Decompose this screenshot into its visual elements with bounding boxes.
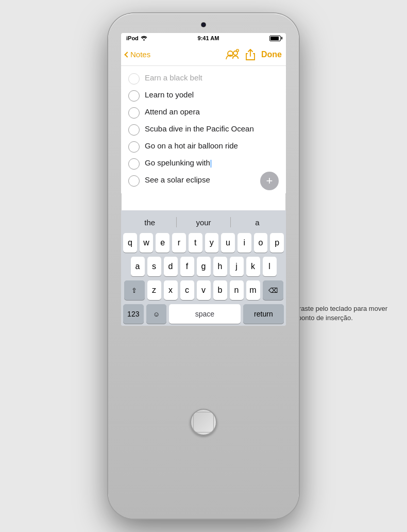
nav-bar: Notes: [121, 43, 286, 66]
home-button-inner: [193, 412, 214, 433]
back-chevron-icon: [124, 52, 130, 57]
list-item: Attend an opera: [128, 104, 279, 121]
delete-key[interactable]: ⌫: [263, 280, 283, 300]
wifi-icon: [141, 36, 147, 41]
battery-fill: [270, 37, 279, 40]
key-l[interactable]: l: [263, 257, 277, 276]
nav-actions: Done: [225, 49, 282, 60]
back-label: Notes: [130, 50, 150, 59]
status-left: iPod: [126, 35, 147, 41]
back-button[interactable]: Notes: [125, 50, 150, 59]
add-icon: +: [266, 175, 273, 187]
key-j[interactable]: j: [230, 257, 244, 276]
key-n[interactable]: n: [230, 280, 244, 300]
predictive-word-3[interactable]: a: [231, 216, 284, 229]
note-text: Learn to yodel: [145, 90, 279, 100]
keyboard-rows: q w e r t y u i o p a: [123, 233, 284, 324]
checkbox[interactable]: [128, 158, 140, 170]
predictive-word-2[interactable]: your: [177, 216, 230, 229]
key-row-4: 123 ☺ space return: [123, 304, 284, 324]
list-item: Scuba dive in the Pacific Ocean: [128, 121, 279, 138]
list-item: Learn to yodel: [128, 87, 279, 104]
status-bar: iPod 9:41 AM: [121, 33, 286, 43]
key-u[interactable]: u: [221, 233, 235, 253]
status-right: [269, 36, 281, 41]
notes-content: Earn a black belt Learn to yodel Attend …: [121, 66, 286, 326]
key-p[interactable]: p: [270, 233, 284, 253]
list-item: See a solar eclipse +: [128, 172, 279, 189]
collaboration-icon[interactable]: [225, 49, 240, 60]
space-key[interactable]: space: [169, 304, 241, 324]
checkbox[interactable]: [128, 141, 140, 153]
key-row-2: a s d f g h j k l: [123, 257, 284, 276]
note-text: Attend an opera: [145, 107, 279, 117]
svg-point-0: [143, 39, 145, 41]
key-q[interactable]: q: [123, 233, 137, 253]
key-z[interactable]: z: [147, 280, 161, 300]
key-d[interactable]: d: [164, 257, 178, 276]
list-item-active: Go spelunking with: [128, 155, 279, 172]
checkbox[interactable]: [128, 73, 140, 85]
carrier-label: iPod: [126, 35, 139, 41]
key-row-1: q w e r t y u i o p: [123, 233, 284, 253]
home-area: [190, 326, 217, 519]
note-text: Go on a hot air balloon ride: [145, 141, 279, 151]
screen: iPod 9:41 AM Note: [121, 33, 286, 326]
key-g[interactable]: g: [197, 257, 211, 276]
key-v[interactable]: v: [197, 280, 211, 300]
share-icon[interactable]: [246, 49, 255, 60]
predictive-word-1[interactable]: the: [123, 216, 176, 229]
shift-key[interactable]: ⇧: [124, 280, 145, 300]
key-f[interactable]: f: [180, 257, 194, 276]
key-b[interactable]: b: [213, 280, 227, 300]
device-wrapper: Arraste pelo teclado para mover o ponto …: [0, 0, 407, 532]
predictive-bar: the your a: [123, 213, 284, 231]
checkbox[interactable]: [128, 124, 140, 136]
key-o[interactable]: o: [254, 233, 268, 253]
key-m[interactable]: m: [246, 280, 260, 300]
home-button[interactable]: [190, 409, 217, 436]
key-k[interactable]: k: [246, 257, 260, 276]
note-text: Earn a black belt: [145, 73, 279, 83]
callout-text: Arraste pelo teclado para mover o ponto …: [292, 304, 387, 323]
text-cursor: [211, 160, 212, 168]
ipod-device: iPod 9:41 AM Note: [108, 13, 299, 519]
key-e[interactable]: e: [156, 233, 169, 253]
key-w[interactable]: w: [140, 233, 154, 253]
list-item: Go on a hot air balloon ride: [128, 138, 279, 155]
key-r[interactable]: r: [172, 233, 186, 253]
return-key[interactable]: return: [243, 304, 284, 324]
key-h[interactable]: h: [213, 257, 227, 276]
camera: [201, 23, 206, 27]
note-text: See a solar eclipse: [145, 175, 279, 185]
note-text: Scuba dive in the Pacific Ocean: [145, 124, 279, 134]
key-i[interactable]: i: [238, 233, 251, 253]
callout: Arraste pelo teclado para mover o ponto …: [292, 304, 387, 323]
key-y[interactable]: y: [205, 233, 219, 253]
done-button[interactable]: Done: [261, 50, 282, 59]
key-s[interactable]: s: [147, 257, 161, 276]
checkbox[interactable]: [128, 175, 140, 187]
checkbox[interactable]: [128, 90, 140, 102]
keyboard: the your a q w e r t: [121, 210, 286, 326]
key-a[interactable]: a: [131, 257, 145, 276]
numbers-key[interactable]: 123: [123, 304, 144, 324]
key-c[interactable]: c: [180, 280, 194, 300]
note-text-active[interactable]: Go spelunking with: [145, 158, 279, 168]
key-row-3: ⇧ z x c v b n m ⌫: [123, 280, 284, 300]
list-item: Earn a black belt: [128, 70, 279, 87]
checkbox[interactable]: [128, 107, 140, 119]
key-t[interactable]: t: [189, 233, 202, 253]
battery-icon: [269, 36, 281, 41]
emoji-key[interactable]: ☺: [146, 304, 167, 324]
time-display: 9:41 AM: [198, 35, 219, 41]
key-x[interactable]: x: [164, 280, 178, 300]
notes-list: Earn a black belt Learn to yodel Attend …: [121, 66, 286, 193]
add-item-button[interactable]: +: [260, 172, 279, 190]
